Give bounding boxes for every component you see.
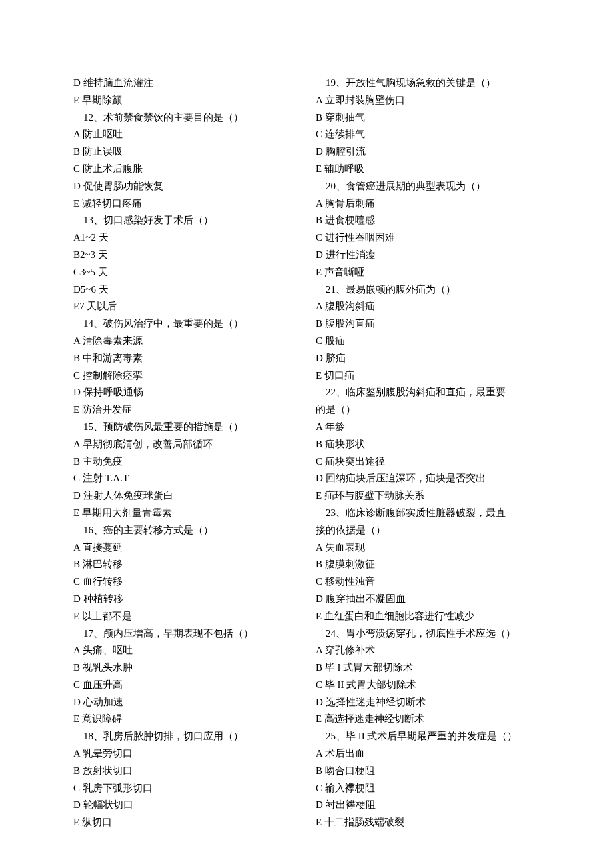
left-column: D 维持脑血流灌注E 早期除颤 12、术前禁食禁饮的主要目的是（）A 防止呕吐B…	[73, 75, 297, 831]
text-line: A 立即封装胸壁伤口	[316, 92, 540, 109]
text-line: E 切口疝	[316, 367, 540, 385]
text-line: D 脐疝	[316, 350, 540, 367]
text-line: D 回纳疝块后压迫深环，疝块是否突出	[316, 470, 540, 487]
text-line: E 早期用大剂量青霉素	[73, 505, 297, 522]
text-line: D 维持脑血流灌注	[73, 75, 297, 92]
text-line: B 穿刺抽气	[316, 109, 540, 127]
text-line: D 注射人体免疫球蛋白	[73, 487, 297, 505]
text-line: E 高选择迷走神经切断术	[316, 711, 540, 728]
text-line: E 意识障碍	[73, 711, 297, 728]
text-line: 17、颅内压增高，早期表现不包括（）	[73, 625, 297, 643]
text-line: 12、术前禁食禁饮的主要目的是（）	[73, 109, 297, 127]
text-line: E 疝环与腹壁下动脉关系	[316, 487, 540, 505]
text-line: A1~2 天	[73, 229, 297, 247]
text-line: 的是（）	[316, 401, 540, 419]
text-line: 19、开放性气胸现场急救的关键是（）	[316, 75, 540, 92]
text-line: 21、最易嵌顿的腹外疝为（）	[316, 281, 540, 299]
text-line: E7 天以后	[73, 298, 297, 315]
text-line: D 腹穿抽出不凝固血	[316, 591, 540, 608]
text-line: C 移动性浊音	[316, 573, 540, 591]
text-line: C 股疝	[316, 333, 540, 350]
text-line: B 吻合口梗阻	[316, 763, 540, 780]
text-line: C 血压升高	[73, 677, 297, 694]
text-line: A 术后出血	[316, 745, 540, 763]
text-line: 14、破伤风治疗中，最重要的是（）	[73, 315, 297, 333]
text-line: A 防止呕吐	[73, 126, 297, 143]
text-line: 25、毕 II 式术后早期最严重的并发症是（）	[316, 728, 540, 745]
text-line: B 主动免疫	[73, 453, 297, 471]
text-line: B 防止误吸	[73, 143, 297, 161]
text-line: C 防止术后腹胀	[73, 161, 297, 178]
text-line: 15、预防破伤风最重要的措施是（）	[73, 419, 297, 436]
text-line: A 穿孔修补术	[316, 642, 540, 659]
text-line: D 轮幅状切口	[73, 797, 297, 814]
text-line: A 清除毒素来源	[73, 333, 297, 350]
text-line: E 纵切口	[73, 814, 297, 831]
text-line: B 视乳头水肿	[73, 659, 297, 677]
text-line: E 以上都不是	[73, 608, 297, 625]
text-line: C 注射 T.A.T	[73, 470, 297, 487]
text-line: 24、胃小弯溃疡穿孔，彻底性手术应选（）	[316, 625, 540, 643]
text-line: E 十二指肠残端破裂	[316, 814, 540, 831]
text-line: C 血行转移	[73, 573, 297, 591]
text-line: D 心动加速	[73, 694, 297, 711]
text-line: E 血红蛋白和血细胞比容进行性减少	[316, 608, 540, 625]
text-line: E 减轻切口疼痛	[73, 195, 297, 213]
text-line: A 早期彻底清创，改善局部循环	[73, 436, 297, 453]
text-line: D 保持呼吸通畅	[73, 384, 297, 401]
text-line: 13、切口感染好发于术后（）	[73, 212, 297, 229]
text-line: B 中和游离毒素	[73, 350, 297, 367]
text-line: C 疝块突出途径	[316, 453, 540, 471]
text-line: C 进行性吞咽困难	[316, 229, 540, 247]
text-line: C 乳房下弧形切口	[73, 780, 297, 797]
text-line: B 淋巴转移	[73, 556, 297, 573]
text-line: A 年龄	[316, 419, 540, 436]
text-line: B 毕 I 式胃大部切除术	[316, 659, 540, 677]
text-line: 23、临床诊断腹部实质性脏器破裂，最直	[316, 505, 540, 522]
text-line: E 声音嘶哑	[316, 264, 540, 281]
text-line: E 防治并发症	[73, 401, 297, 419]
text-line: E 辅助呼吸	[316, 161, 540, 178]
text-line: C 连续排气	[316, 126, 540, 143]
text-line: D 促使胃肠功能恢复	[73, 178, 297, 195]
text-line: B2~3 天	[73, 247, 297, 264]
text-line: B 腹膜刺激征	[316, 556, 540, 573]
text-line: 16、癌的主要转移方式是（）	[73, 522, 297, 539]
text-line: C3~5 天	[73, 264, 297, 281]
right-column: 19、开放性气胸现场急救的关键是（）A 立即封装胸壁伤口B 穿刺抽气C 连续排气…	[316, 75, 540, 831]
text-line: D 种植转移	[73, 591, 297, 608]
text-line: A 腹股沟斜疝	[316, 298, 540, 315]
text-line: A 胸骨后刺痛	[316, 195, 540, 213]
text-line: A 直接蔓延	[73, 539, 297, 557]
text-line: 20、食管癌进展期的典型表现为（）	[316, 178, 540, 195]
text-line: C 输入襻梗阻	[316, 780, 540, 797]
text-line: D 胸腔引流	[316, 143, 540, 161]
text-line: A 头痛、呕吐	[73, 642, 297, 659]
text-line: D5~6 天	[73, 281, 297, 299]
text-line: 接的依据是（）	[316, 522, 540, 539]
text-line: B 进食梗噎感	[316, 212, 540, 229]
text-line: B 疝块形状	[316, 436, 540, 453]
text-line: 22、临床鉴别腹股沟斜疝和直疝，最重要	[316, 384, 540, 401]
text-line: D 选择性迷走神经切断术	[316, 694, 540, 711]
text-line: B 放射状切口	[73, 763, 297, 780]
text-line: A 失血表现	[316, 539, 540, 557]
text-line: 18、乳房后脓肿切排，切口应用（）	[73, 728, 297, 745]
text-line: C 毕 II 式胃大部切除术	[316, 677, 540, 694]
text-line: D 衬出襻梗阻	[316, 797, 540, 814]
text-line: A 乳晕旁切口	[73, 745, 297, 763]
text-line: C 控制解除痉挛	[73, 367, 297, 385]
text-line: D 进行性消瘦	[316, 247, 540, 264]
text-line: B 腹股沟直疝	[316, 315, 540, 333]
two-column-layout: D 维持脑血流灌注E 早期除颤 12、术前禁食禁饮的主要目的是（）A 防止呕吐B…	[73, 75, 540, 831]
text-line: E 早期除颤	[73, 92, 297, 109]
